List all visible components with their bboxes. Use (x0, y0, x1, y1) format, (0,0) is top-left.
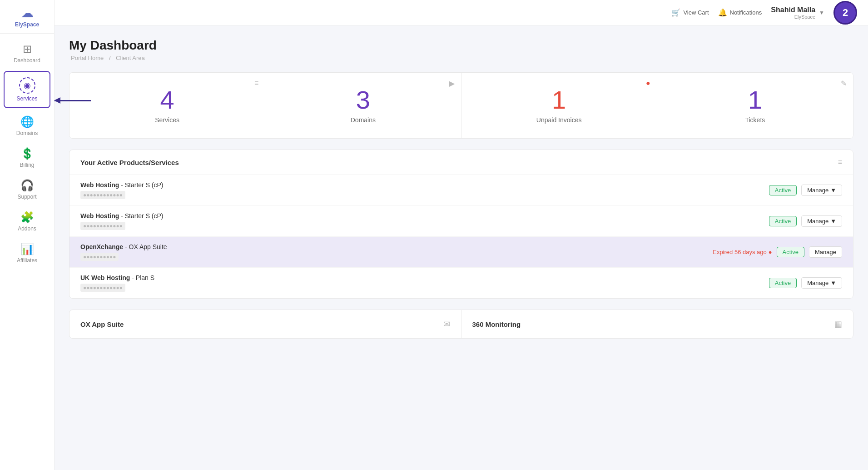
logo-icon: ☁ (21, 5, 34, 20)
stat-card-domains[interactable]: ▶ 3 Domains (265, 73, 461, 138)
view-cart-button[interactable]: 🛒 View Cart (671, 8, 709, 17)
service-name: UK Web Hosting - Plan S (80, 274, 769, 281)
breadcrumb: Portal Home / Client Area (69, 55, 853, 61)
stat-label-tickets: Tickets (668, 116, 842, 124)
notification-icon: 🔔 (718, 8, 727, 17)
products-section-title: Your Active Products/Services (80, 159, 179, 166)
service-actions: Expired 56 days ago ● Active Manage (713, 246, 842, 258)
chevron-down-icon: ▼ (830, 218, 836, 225)
user-menu[interactable]: Shahid Malla ElySpace ▼ (771, 6, 824, 20)
support-icon: 🎧 (20, 179, 34, 192)
stat-card-tickets[interactable]: ✎ 1 Tickets (657, 73, 853, 138)
stat-icon-services: ≡ (254, 79, 258, 87)
stat-label-invoices: Unpaid Invoices (472, 116, 646, 124)
sidebar-item-label: Domains (16, 130, 38, 136)
sidebar-item-label: Support (17, 194, 36, 200)
service-info: OpenXchange - OX App Suite ●●●●●●●●●● (80, 243, 713, 261)
view-cart-label: View Cart (683, 9, 709, 16)
service-domain: ●●●●●●●●●● (80, 253, 119, 261)
bottom-card-monitoring[interactable]: 360 Monitoring ▦ (461, 310, 853, 338)
email-icon: ✉ (443, 319, 450, 329)
arrow-annotation (55, 100, 91, 101)
service-info: UK Web Hosting - Plan S ●●●●●●●●●●●● (80, 274, 769, 292)
breadcrumb-home[interactable]: Portal Home (71, 55, 104, 61)
service-bold-name: Web Hosting (80, 181, 119, 189)
service-bold-name: Web Hosting (80, 212, 119, 220)
manage-label: Manage (807, 187, 828, 194)
manage-button[interactable]: Manage ▼ (801, 215, 842, 227)
service-bold-name: OpenXchange (80, 243, 123, 250)
expired-text: Expired 56 days ago ● (713, 249, 772, 255)
service-row: Web Hosting - Starter S (cP) ●●●●●●●●●●●… (69, 206, 853, 237)
manage-button[interactable]: Manage ▼ (801, 277, 842, 289)
service-domain: ●●●●●●●●●●●● (80, 191, 125, 199)
domains-icon: 🌐 (20, 115, 34, 128)
affiliates-icon: 📊 (20, 243, 34, 255)
sidebar-item-label: Dashboard (14, 57, 40, 64)
user-subtitle: ElySpace (771, 14, 815, 20)
billing-icon: 💲 (20, 147, 34, 160)
status-badge: Active (777, 247, 804, 257)
products-section-header: Your Active Products/Services ≡ (69, 150, 853, 175)
stat-card-services[interactable]: ≡ 4 Services (69, 73, 265, 138)
sidebar-item-label: Affiliates (17, 257, 37, 264)
sidebar: ☁ ElySpace ⊞ Dashboard ◉ Services 🌐 Doma… (0, 0, 55, 470)
sidebar-item-services[interactable]: ◉ Services (4, 71, 50, 108)
alert-icon: ● (769, 249, 772, 255)
status-badge: Active (769, 216, 797, 226)
stat-icon-domains: ▶ (449, 79, 455, 88)
logo-text: ElySpace (15, 21, 39, 28)
service-actions: Active Manage ▼ (769, 277, 842, 289)
breadcrumb-current: Client Area (116, 55, 145, 61)
manage-label: Manage (815, 249, 836, 255)
products-section-menu-icon[interactable]: ≡ (838, 158, 842, 166)
notifications-button[interactable]: 🔔 Notifications (718, 8, 762, 17)
services-icon: ◉ (19, 77, 35, 94)
bottom-card-title: OX App Suite (80, 320, 124, 328)
stats-grid: ≡ 4 Services ▶ 3 Domains ● 1 Unpaid Invo… (69, 72, 853, 139)
service-row: UK Web Hosting - Plan S ●●●●●●●●●●●● Act… (69, 268, 853, 298)
chevron-down-icon: ▼ (819, 10, 824, 16)
sidebar-item-affiliates[interactable]: 📊 Affiliates (0, 237, 54, 269)
bottom-grid: OX App Suite ✉ 360 Monitoring ▦ (69, 310, 853, 339)
manage-label: Manage (807, 218, 828, 225)
service-bold-name: UK Web Hosting (80, 274, 130, 281)
notifications-label: Notifications (730, 9, 762, 16)
stat-icon-tickets: ✎ (841, 79, 847, 88)
sidebar-item-domains[interactable]: 🌐 Domains (0, 110, 54, 142)
stat-number-tickets: 1 (668, 87, 842, 113)
stat-label-domains: Domains (276, 116, 450, 124)
service-info: Web Hosting - Starter S (cP) ●●●●●●●●●●●… (80, 212, 769, 230)
service-name: Web Hosting - Starter S (cP) (80, 181, 769, 189)
breadcrumb-separator: / (109, 55, 112, 61)
logo[interactable]: ☁ ElySpace (0, 0, 54, 34)
service-info: Web Hosting - Starter S (cP) ●●●●●●●●●●●… (80, 181, 769, 199)
manage-button[interactable]: Manage ▼ (801, 185, 842, 196)
page-content: My Dashboard Portal Home / Client Area ≡… (55, 25, 868, 470)
status-badge: Active (769, 185, 797, 195)
chevron-down-icon: ▼ (830, 187, 836, 194)
products-section: Your Active Products/Services ≡ Web Host… (69, 150, 853, 299)
stat-card-invoices[interactable]: ● 1 Unpaid Invoices (461, 73, 657, 138)
service-name: OpenXchange - OX App Suite (80, 243, 713, 250)
page-title: My Dashboard (69, 38, 853, 53)
service-name: Web Hosting - Starter S (cP) (80, 212, 769, 220)
sidebar-item-support[interactable]: 🎧 Support (0, 174, 54, 205)
stat-number-services: 4 (80, 87, 254, 113)
expired-label: Expired 56 days ago (713, 249, 767, 255)
monitor-icon: ▦ (834, 319, 842, 329)
stat-icon-invoices: ● (646, 79, 650, 87)
service-row: Web Hosting - Starter S (cP) ●●●●●●●●●●●… (69, 175, 853, 206)
chevron-down-icon: ▼ (830, 280, 836, 286)
user-avatar[interactable]: 2 (833, 1, 857, 25)
bottom-card-title: 360 Monitoring (472, 320, 521, 328)
status-badge: Active (769, 278, 797, 288)
manage-label: Manage (807, 280, 828, 286)
sidebar-item-addons[interactable]: 🧩 Addons (0, 205, 54, 237)
sidebar-item-billing[interactable]: 💲 Billing (0, 142, 54, 174)
sidebar-item-label: Addons (18, 225, 36, 232)
bottom-card-oxappsuite[interactable]: OX App Suite ✉ (69, 310, 461, 338)
manage-button[interactable]: Manage (809, 246, 842, 258)
user-name: Shahid Malla (771, 6, 815, 14)
sidebar-item-dashboard[interactable]: ⊞ Dashboard (0, 37, 54, 69)
